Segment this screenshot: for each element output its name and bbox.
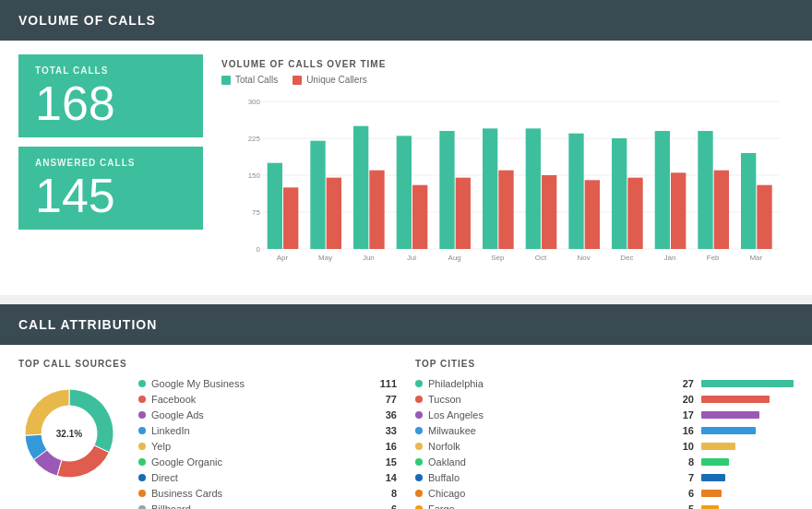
city-name: Milwaukee xyxy=(428,425,675,436)
source-item: LinkedIn 33 xyxy=(138,425,397,436)
svg-rect-32 xyxy=(585,180,600,249)
svg-rect-14 xyxy=(327,178,341,249)
city-bar-container xyxy=(701,396,794,403)
source-name: Direct xyxy=(151,472,374,483)
answered-calls-label: ANSWERED CALLS xyxy=(35,158,186,168)
svg-text:75: 75 xyxy=(252,208,260,217)
svg-rect-10 xyxy=(268,163,282,249)
svg-rect-25 xyxy=(483,128,497,249)
legend-unique: Unique Callers xyxy=(293,75,367,85)
city-name: Norfolk xyxy=(428,441,675,452)
svg-text:225: 225 xyxy=(248,135,261,143)
volume-section: VOLUME OF CALLS TOTAL CALLS 168 ANSWERED… xyxy=(0,0,812,295)
city-bar xyxy=(701,458,729,466)
svg-rect-40 xyxy=(698,131,712,249)
legend-unique-dot xyxy=(293,76,302,85)
source-count: 14 xyxy=(374,472,397,483)
city-count: 8 xyxy=(675,456,694,468)
chart-title: VOLUME OF CALLS OVER TIME xyxy=(221,59,794,69)
svg-rect-22 xyxy=(439,131,454,249)
source-dot xyxy=(138,505,146,509)
city-bar-container xyxy=(701,458,794,466)
city-name: Los Angeles xyxy=(428,409,675,420)
svg-text:Jun: Jun xyxy=(363,254,375,262)
city-count: 10 xyxy=(675,441,694,452)
source-count: 36 xyxy=(374,409,397,420)
donut-svg: 32.1% xyxy=(18,378,129,498)
city-count: 6 xyxy=(675,488,694,499)
city-count: 20 xyxy=(675,394,694,405)
svg-text:Aug: Aug xyxy=(448,254,461,262)
city-bar xyxy=(701,411,759,419)
svg-text:Feb: Feb xyxy=(707,254,720,262)
cities-title: TOP CITIES xyxy=(415,359,794,369)
city-bar-container xyxy=(701,505,794,509)
source-item: Google Ads 36 xyxy=(138,409,397,420)
svg-text:Oct: Oct xyxy=(535,254,547,262)
source-name: Google Organic xyxy=(151,456,374,468)
source-dot xyxy=(138,458,146,466)
source-dot xyxy=(138,474,146,481)
svg-rect-44 xyxy=(757,185,771,249)
svg-text:May: May xyxy=(318,254,332,262)
city-bar-container xyxy=(701,380,794,387)
source-item: Google My Business 111 xyxy=(138,378,397,389)
svg-rect-38 xyxy=(671,172,686,249)
city-item: Norfolk 10 xyxy=(415,441,794,452)
cities-list: Philadelphia 27 Tucson 20 Los Angeles 17… xyxy=(415,378,794,509)
source-item: Facebook 77 xyxy=(138,394,397,405)
source-dot xyxy=(138,443,146,450)
svg-rect-19 xyxy=(397,136,412,249)
source-count: 111 xyxy=(374,378,397,389)
city-dot xyxy=(415,474,423,481)
city-count: 5 xyxy=(675,503,694,509)
source-count: 33 xyxy=(374,425,397,436)
city-dot xyxy=(415,396,423,403)
volume-header: VOLUME OF CALLS xyxy=(0,0,812,41)
svg-text:Apr: Apr xyxy=(277,254,289,262)
source-dot xyxy=(138,490,146,497)
city-dot xyxy=(415,458,423,466)
city-bar-container xyxy=(701,490,794,497)
svg-rect-35 xyxy=(627,178,642,249)
city-count: 17 xyxy=(675,409,694,420)
city-dot xyxy=(415,490,423,497)
city-bar xyxy=(701,427,756,434)
svg-text:Jan: Jan xyxy=(664,254,676,262)
city-bar-container xyxy=(701,427,794,434)
city-item: Tucson 20 xyxy=(415,394,794,405)
source-count: 15 xyxy=(374,456,397,468)
legend-total: Total Calls xyxy=(221,75,278,85)
city-count: 16 xyxy=(675,425,694,436)
svg-rect-23 xyxy=(456,178,471,249)
sources-title: TOP CALL SOURCES xyxy=(18,359,397,369)
source-name: Google My Business xyxy=(151,378,374,389)
volume-title: VOLUME OF CALLS xyxy=(18,13,156,28)
source-name: Facebook xyxy=(151,394,374,405)
city-bar-container xyxy=(701,474,794,481)
total-calls-value: 168 xyxy=(35,79,186,127)
city-bar xyxy=(701,380,794,387)
city-bar xyxy=(701,443,735,450)
city-item: Chicago 6 xyxy=(415,488,794,499)
answered-calls-value: 145 xyxy=(35,172,186,219)
city-name: Oakland xyxy=(428,456,675,468)
volume-chart-area: VOLUME OF CALLS OVER TIME Total Calls Un… xyxy=(221,54,794,281)
source-count: 8 xyxy=(374,488,397,499)
city-item: Oakland 8 xyxy=(415,456,794,468)
source-item: Billboard 6 xyxy=(138,503,397,509)
svg-rect-26 xyxy=(498,171,513,249)
city-bar-container xyxy=(701,411,794,419)
attribution-section: CALL ATTRIBUTION TOP CALL SOURCES 32.1% … xyxy=(0,304,812,509)
legend-total-dot xyxy=(221,76,231,85)
source-count: 16 xyxy=(374,441,397,452)
city-dot xyxy=(415,380,423,387)
city-name: Chicago xyxy=(428,488,675,499)
city-name: Tucson xyxy=(428,394,675,405)
source-name: Business Cards xyxy=(151,488,374,499)
source-name: Google Ads xyxy=(151,409,374,420)
total-calls-card: TOTAL CALLS 168 xyxy=(18,54,203,137)
city-dot xyxy=(415,427,423,434)
svg-rect-41 xyxy=(714,171,729,249)
city-count: 7 xyxy=(675,472,694,483)
